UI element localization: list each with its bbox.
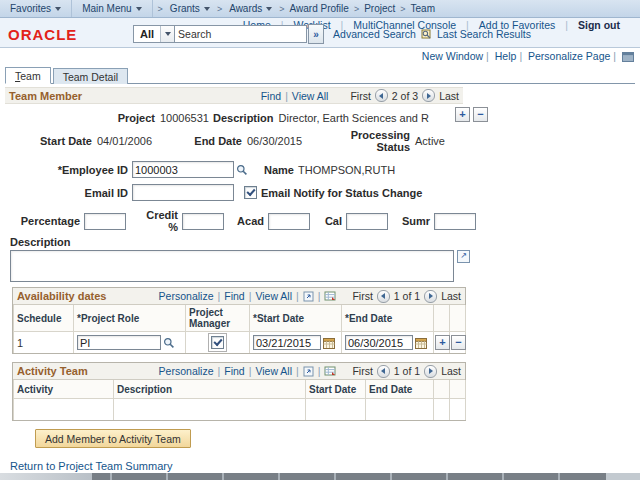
search-submit-button[interactable]: [308, 24, 324, 44]
next-row-button[interactable]: [422, 89, 435, 102]
first-label[interactable]: First: [350, 90, 370, 102]
search-scope-select[interactable]: All: [133, 25, 175, 43]
view-all-link[interactable]: View All: [292, 90, 329, 102]
help-link[interactable]: Help: [495, 50, 517, 62]
last-label[interactable]: Last: [441, 365, 461, 377]
sumr-field[interactable]: [434, 213, 476, 230]
next-row-button[interactable]: [424, 290, 437, 303]
add-member-to-activity-team-button[interactable]: Add Member to Activity Team: [35, 429, 191, 448]
col-start-date: *Start Date: [250, 305, 342, 332]
view-all-link[interactable]: View All: [255, 290, 292, 302]
tab-team-detail[interactable]: Team Detail: [53, 68, 128, 84]
calendar-icon[interactable]: [323, 337, 335, 349]
page-body: Team Member Find | View All First 2 of 3…: [0, 87, 640, 480]
return-to-project-team-summary-link[interactable]: Return to Project Team Summary: [10, 460, 172, 472]
arrow-left-icon: [379, 93, 383, 99]
project-manager-checkbox[interactable]: [211, 336, 224, 349]
end-date-label: End Date: [192, 135, 242, 147]
row-position: 1 of 1: [394, 365, 420, 377]
breadcrumb-awards-label[interactable]: Awards: [229, 3, 262, 14]
download-to-excel-icon[interactable]: [324, 291, 336, 302]
personalize-link[interactable]: Personalize: [159, 290, 214, 302]
availability-title: Availability dates: [17, 290, 106, 302]
email-id-field[interactable]: [132, 184, 234, 201]
description-textarea[interactable]: [10, 250, 454, 282]
last-search-results-icon: [421, 29, 432, 40]
scrollbar-cap: [606, 473, 640, 480]
previous-row-button[interactable]: [377, 365, 390, 378]
cal-field[interactable]: [346, 213, 388, 230]
add-row-button[interactable]: +: [435, 335, 450, 350]
last-search-results-link[interactable]: Last Search Results: [437, 28, 531, 40]
acad-field[interactable]: [268, 213, 310, 230]
search-input[interactable]: [175, 25, 307, 43]
find-link[interactable]: Find: [224, 365, 244, 377]
layout-grid-icon[interactable]: [622, 52, 634, 62]
download-to-excel-icon[interactable]: [324, 366, 336, 377]
sign-out-link[interactable]: Sign out: [568, 19, 630, 31]
col-extra-1: [434, 380, 450, 399]
name-label: Name: [264, 164, 292, 176]
personalize-link[interactable]: Personalize: [159, 365, 214, 377]
first-label[interactable]: First: [352, 365, 372, 377]
new-window-link[interactable]: New Window: [422, 50, 483, 62]
scrollbar-thumb[interactable]: [0, 473, 92, 480]
breadcrumb-main-menu-label[interactable]: Main Menu: [82, 3, 131, 14]
project-label: Project: [0, 112, 155, 124]
delete-row-button[interactable]: −: [473, 107, 488, 122]
project-role-field[interactable]: [77, 335, 161, 350]
breadcrumb-item-awards[interactable]: Awards: [227, 0, 274, 17]
breadcrumb-favorites[interactable]: Favorites: [0, 0, 72, 17]
breadcrumb-item-award-profile[interactable]: Award Profile: [290, 3, 349, 14]
col-extra-2: [450, 380, 466, 399]
project-role-cell: [74, 332, 186, 354]
calendar-icon[interactable]: [415, 337, 427, 349]
grid-popup-icon[interactable]: [303, 291, 314, 302]
breadcrumb-favorites-label[interactable]: Favorites: [10, 3, 51, 14]
bottom-scrollbar[interactable]: [0, 473, 640, 480]
project-row: Project 10006531 Description Director, E…: [0, 112, 640, 124]
breadcrumb-item-grants[interactable]: Grants: [168, 0, 212, 17]
team-member-nav: Find | View All First 2 of 3 Last: [261, 89, 459, 102]
grid-popup-icon[interactable]: [303, 366, 314, 377]
add-row-button[interactable]: +: [455, 107, 470, 122]
personalize-page-link[interactable]: Personalize Page: [528, 50, 610, 62]
delete-row-button[interactable]: −: [451, 335, 466, 350]
col-start-date: Start Date: [306, 380, 366, 399]
breadcrumb-separator-icon: >: [212, 4, 227, 14]
breadcrumb-item-project[interactable]: Project: [364, 3, 395, 14]
previous-row-button[interactable]: [377, 290, 390, 303]
employee-id-row: *Employee ID Name THOMPSON,RUTH: [0, 161, 640, 178]
breadcrumb-grants-label[interactable]: Grants: [170, 3, 200, 14]
chevron-down-icon: [55, 7, 61, 11]
description-label: Description: [213, 112, 274, 124]
last-label[interactable]: Last: [441, 290, 461, 302]
tab-team[interactable]: Team: [5, 67, 51, 84]
percentage-field[interactable]: [84, 213, 126, 230]
folder-tabs: Team Team Detail: [5, 67, 635, 84]
advanced-search-link[interactable]: Advanced Search: [333, 28, 416, 40]
start-date-value: 04/01/2006: [97, 135, 192, 147]
lookup-magnifier-icon[interactable]: [236, 164, 248, 176]
percent-row: Percentage Credit % Acad Cal Sumr: [0, 209, 640, 233]
breadcrumb-main-menu[interactable]: Main Menu: [72, 0, 152, 17]
email-notify-label: Email Notify for Status Change: [261, 187, 422, 199]
team-member-header: Team Member Find | View All First 2 of 3…: [5, 87, 463, 104]
breadcrumb-separator-icon: >: [153, 4, 168, 14]
employee-id-field[interactable]: [132, 161, 234, 178]
last-label[interactable]: Last: [439, 90, 459, 102]
expand-textarea-icon[interactable]: [457, 250, 470, 263]
previous-row-button[interactable]: [375, 89, 388, 102]
lookup-magnifier-icon[interactable]: [163, 337, 175, 349]
next-row-button[interactable]: [424, 365, 437, 378]
search-scope-dropdown-button[interactable]: [160, 26, 174, 42]
view-all-link[interactable]: View All: [255, 365, 292, 377]
find-link[interactable]: Find: [261, 90, 281, 102]
first-label[interactable]: First: [352, 290, 372, 302]
row-start-date-field[interactable]: [253, 335, 321, 350]
email-notify-checkbox[interactable]: [244, 186, 257, 199]
row-end-date-field[interactable]: [345, 335, 413, 350]
credit-field[interactable]: [182, 213, 224, 230]
find-link[interactable]: Find: [224, 290, 244, 302]
end-date-cell: [342, 332, 434, 354]
